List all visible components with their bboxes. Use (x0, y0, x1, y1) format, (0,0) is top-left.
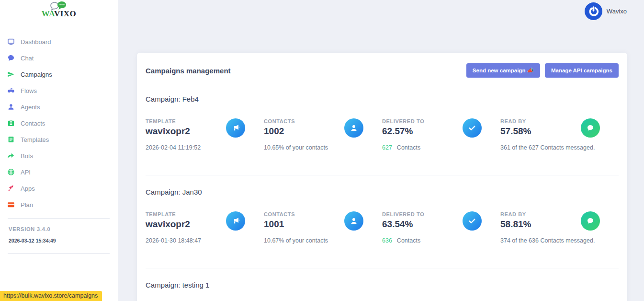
card-header: Campaigns management Send new campaign 📣… (146, 53, 619, 82)
contacts-sub: 10.67% of your contacts (264, 237, 382, 244)
delivered-unit: Contacts (397, 237, 420, 244)
sidebar-nav: Dashboard Chat Campaigns Flows Agents (0, 34, 118, 213)
sidebar-item-label: Flows (21, 87, 37, 94)
version-label: VERSION 3.4.0 (9, 226, 110, 232)
sidebar-item-label: Chat (21, 55, 34, 62)
sidebar-item-agents[interactable]: Agents (0, 99, 118, 115)
sidebar-item-flows[interactable]: Flows (0, 82, 118, 99)
read-sub: 361 of the 627 Contacts messaged. (500, 144, 619, 151)
delivered-value: 62.57% (382, 126, 500, 137)
campaign-section-jan30: Campaign: Jan30 TEMPLATE wavixopr2 2026-… (146, 175, 619, 268)
delivered-unit: Contacts (397, 144, 420, 151)
contacts-value: 1002 (264, 126, 382, 137)
delivered-sub: 627Contacts (382, 144, 500, 151)
profile-button[interactable]: Wavixo (585, 2, 627, 20)
stat-label: READ BY (500, 211, 619, 217)
sidebar-item-label: Agents (21, 104, 40, 111)
sidebar-item-chat[interactable]: Chat (0, 50, 118, 66)
sidebar-item-label: Templates (21, 136, 49, 143)
contact-person-icon (344, 211, 363, 231)
profile-name: Wavixo (607, 8, 627, 15)
campaign-section-testing1: Campaign: testing 1 TEMPLATE wavixopr2 C… (146, 268, 619, 301)
chat-bubble-icon (7, 54, 15, 62)
delivered-value: 63.54% (382, 219, 500, 230)
sidebar-item-contacts[interactable]: Contacts (0, 115, 118, 131)
template-value: wavixopr2 (146, 126, 264, 137)
globe-icon (7, 168, 15, 176)
chat-read-icon (581, 118, 600, 138)
sidebar-item-apps[interactable]: Apps (0, 180, 118, 197)
stat-delivered: DELIVERED TO 62.57% 627Contacts (382, 118, 500, 153)
megaphone-icon (226, 211, 245, 231)
monitor-icon (7, 38, 15, 46)
wavixo-logo[interactable]: WAVIXO (0, 0, 118, 17)
delivered-count: 636 (382, 237, 392, 244)
stat-label: READ BY (500, 118, 619, 124)
logo-text: WAVIXO (42, 11, 77, 17)
stat-label: TEMPLATE (146, 211, 264, 217)
stat-label: CONTACTS (264, 118, 382, 124)
sidebar-item-dashboard[interactable]: Dashboard (0, 34, 118, 50)
stat-label: TEMPLATE (146, 118, 264, 124)
controller-icon (7, 87, 15, 94)
read-value: 58.81% (500, 219, 619, 230)
megaphone-icon (226, 118, 245, 138)
campaign-section-feb4: Campaign: Feb4 TEMPLATE wavixopr2 2026-0… (146, 82, 619, 175)
stat-template: TEMPLATE wavixopr2 2026-01-30 18:48:47 (146, 211, 264, 246)
paper-plane-icon (7, 70, 15, 78)
sidebar-item-label: Plan (21, 201, 33, 208)
rocket-icon (7, 185, 15, 192)
stat-read: READ BY 57.58% 361 of the 627 Contacts m… (500, 118, 619, 153)
campaigns-card: Campaigns management Send new campaign 📣… (137, 53, 627, 301)
delivered-sub: 636Contacts (382, 237, 500, 244)
sidebar-item-api[interactable]: API (0, 164, 118, 180)
stat-read: READ BY 58.81% 374 of the 636 Contacts m… (500, 211, 619, 246)
wavixo-avatar-icon (585, 2, 602, 20)
stat-contacts: CONTACTS 1001 10.67% of your contacts (264, 211, 382, 246)
sidebar-item-label: Contacts (21, 120, 45, 127)
contacts-sub: 10.65% of your contacts (264, 144, 382, 151)
delivered-count: 627 (382, 144, 392, 151)
campaign-title: Campaign: Jan30 (146, 188, 619, 196)
stat-delivered: DELIVERED TO 63.54% 636Contacts (382, 211, 500, 246)
credit-card-icon (7, 201, 15, 208)
main-area: Wavixo Campaigns management Send new cam… (118, 0, 644, 301)
read-sub: 374 of the 636 Contacts messaged. (500, 237, 619, 244)
person-icon (7, 103, 15, 111)
check-icon (463, 118, 482, 138)
stat-contacts: CONTACTS 1002 10.65% of your contacts (264, 118, 382, 153)
contacts-value: 1001 (264, 219, 382, 230)
sidebar-item-label: Bots (21, 152, 33, 160)
template-date: 2026-01-30 18:48:47 (146, 237, 264, 244)
check-icon (463, 211, 482, 231)
sidebar-item-campaigns[interactable]: Campaigns (0, 66, 118, 82)
chat-read-icon (581, 211, 600, 231)
read-value: 57.58% (500, 126, 619, 137)
document-icon (7, 136, 15, 143)
page-title: Campaigns management (146, 67, 231, 75)
sidebar-item-plan[interactable]: Plan (0, 197, 118, 213)
sidebar-item-label: Campaigns (21, 71, 52, 78)
template-value: wavixopr2 (146, 219, 264, 230)
sidebar-item-bots[interactable]: Bots (0, 148, 118, 164)
status-bar-url: https://bulk.wavixo.store/campaigns (0, 291, 102, 301)
manage-api-campaigns-button[interactable]: Manage API campaigns (545, 63, 619, 78)
sidebar-item-label: Dashboard (21, 38, 51, 46)
id-badge-icon (7, 119, 15, 127)
sidebar-item-label: API (21, 169, 31, 176)
stat-label: DELIVERED TO (382, 118, 500, 124)
contact-person-icon (344, 118, 363, 138)
template-date: 2026-02-04 11:19:52 (146, 144, 264, 151)
sidebar: WAVIXO Dashboard Chat Campaigns Flows (0, 0, 118, 301)
campaign-title: Campaign: Feb4 (146, 95, 619, 103)
version-date: 2026-03-12 15:34:49 (9, 238, 110, 243)
stat-label: DELIVERED TO (382, 211, 500, 217)
version-block: VERSION 3.4.0 2026-03-12 15:34:49 (8, 218, 110, 254)
send-new-campaign-button[interactable]: Send new campaign 📣 (466, 63, 540, 78)
sidebar-item-templates[interactable]: Templates (0, 131, 118, 148)
stat-label: CONTACTS (264, 211, 382, 217)
sidebar-item-label: Apps (21, 185, 35, 192)
share-arrow-icon (7, 152, 15, 160)
campaign-title: Campaign: testing 1 (146, 281, 619, 289)
stat-template: TEMPLATE wavixopr2 2026-02-04 11:19:52 (146, 118, 264, 153)
